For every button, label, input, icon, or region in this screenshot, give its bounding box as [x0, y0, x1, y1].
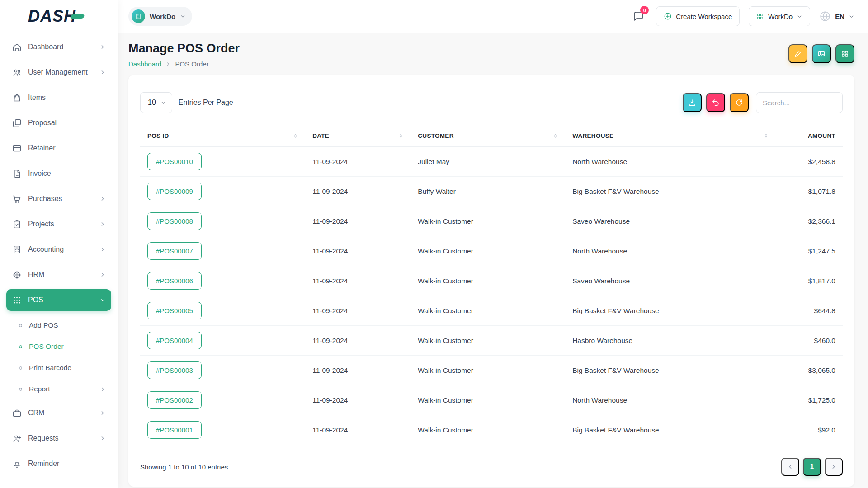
workspace-menu-button[interactable]: WorkDo [749, 6, 810, 26]
sort-icon[interactable] [398, 133, 403, 138]
search-input[interactable] [756, 92, 843, 113]
sidebar-item-pos[interactable]: POS [6, 289, 111, 311]
pos-id-badge[interactable]: #POS00006 [147, 272, 202, 290]
warehouse-cell: Big Basket F&V Warehouse [565, 356, 776, 385]
media-action-button[interactable] [812, 44, 831, 63]
breadcrumb-dashboard-link[interactable]: Dashboard [128, 60, 161, 68]
pos-id-cell: #POS00001 [140, 415, 305, 445]
file-icon [12, 169, 22, 178]
workspace-switcher[interactable]: WorkDo [128, 7, 192, 26]
pos-id-badge[interactable]: #POS00005 [147, 302, 202, 319]
chevron-down-icon [99, 297, 106, 303]
language-selector[interactable]: EN [819, 10, 854, 22]
sidebar-item-reminder[interactable]: Reminder [6, 453, 111, 474]
sidebar-item-invoice[interactable]: Invoice [6, 163, 111, 184]
reset-button[interactable] [706, 93, 725, 112]
page-content: Manage POS Order Dashboard POS Order [118, 33, 868, 488]
sidebar-item-requests[interactable]: Requests [6, 427, 111, 449]
download-icon [688, 99, 696, 107]
chevron-down-icon [849, 14, 854, 19]
sidebar-item-label: POS [28, 296, 43, 304]
logo-text: DASH [28, 7, 76, 26]
calculator-icon [12, 244, 22, 254]
pos-id-badge[interactable]: #POS00008 [147, 212, 202, 230]
sidebar-item-proposal[interactable]: Proposal [6, 112, 111, 134]
amount-cell: $92.0 [776, 415, 843, 445]
sort-icon[interactable] [293, 133, 298, 138]
col-header-warehouse[interactable]: WAREHOUSE [572, 132, 613, 139]
pos-order-table: POS ID DATE CUSTOMER WAREHOUSE AMOUNT #P… [140, 125, 843, 445]
pos-id-cell: #POS00002 [140, 385, 305, 415]
pos-id-badge[interactable]: #POS00003 [147, 361, 202, 379]
table-actions [683, 92, 843, 113]
page-header: Manage POS Order Dashboard POS Order [128, 42, 854, 68]
sidebar-subitem-report[interactable]: Report [6, 379, 111, 399]
sidebar-item-items[interactable]: Items [6, 87, 111, 108]
create-workspace-button[interactable]: Create Workspace [656, 6, 740, 26]
pagination-next-button[interactable] [825, 458, 843, 476]
pos-id-cell: #POS00005 [140, 296, 305, 326]
sidebar-subitem-pos-order[interactable]: POS Order [6, 337, 111, 357]
chevron-right-icon [99, 44, 106, 50]
pos-id-badge[interactable]: #POS00007 [147, 242, 202, 260]
quick-actions [788, 44, 854, 63]
circle-icon [18, 366, 23, 371]
sidebar-subitem-print-barcode[interactable]: Print Barcode [6, 358, 111, 378]
sidebar-subitem-label: Print Barcode [29, 364, 71, 372]
circle-icon [18, 344, 23, 349]
sidebar-item-crm[interactable]: CRM [6, 402, 111, 424]
messages-button[interactable]: 0 [630, 8, 647, 25]
pos-id-badge[interactable]: #POS00002 [147, 391, 202, 409]
customer-cell: Juliet May [410, 147, 565, 177]
sort-icon[interactable] [553, 133, 558, 138]
warehouse-cell: Hasbro Warehouse [565, 326, 776, 356]
entries-per-page-select[interactable]: 10 [140, 92, 172, 113]
showing-entries-text: Showing 1 to 10 of 10 entries [140, 463, 228, 471]
col-header-amount[interactable]: AMOUNT [808, 132, 835, 139]
undo-icon [712, 99, 720, 107]
circle-icon [18, 387, 23, 392]
pos-id-cell: #POS00007 [140, 236, 305, 266]
logo-dash-accent [70, 14, 85, 19]
warehouse-cell: Saveo Warehouse [565, 206, 776, 236]
entries-per-page-label: Entries Per Page [179, 99, 233, 107]
sidebar-item-purchases[interactable]: Purchases [6, 188, 111, 210]
col-header-pos-id[interactable]: POS ID [147, 132, 169, 139]
image-icon [817, 50, 826, 58]
sidebar-item-projects[interactable]: Projects [6, 213, 111, 235]
target-icon [12, 270, 22, 280]
pos-id-cell: #POS00004 [140, 326, 305, 356]
sidebar-item-dashboard[interactable]: Dashboard [6, 36, 111, 58]
grid-view-button[interactable] [835, 44, 854, 63]
table-row: #POS00008 11-09-2024 Walk-in Customer Sa… [140, 206, 843, 236]
pos-id-badge[interactable]: #POS00009 [147, 183, 202, 200]
sidebar-item-label: Dashboard [28, 43, 63, 51]
sidebar-subitem-add-pos[interactable]: Add POS [6, 315, 111, 335]
customer-cell: Buffy Walter [410, 177, 565, 206]
pos-order-card: 10 Entries Per Page [128, 75, 854, 487]
sidebar-item-hrm[interactable]: HRM [6, 264, 111, 286]
edit-action-button[interactable] [788, 44, 807, 63]
export-button[interactable] [683, 93, 702, 112]
table-controls: 10 Entries Per Page [140, 92, 843, 113]
pos-id-badge[interactable]: #POS00004 [147, 332, 202, 349]
col-header-customer[interactable]: CUSTOMER [418, 132, 453, 139]
sidebar-item-retainer[interactable]: Retainer [6, 137, 111, 159]
pos-id-badge[interactable]: #POS00001 [147, 421, 202, 439]
sidebar-item-label: Accounting [28, 245, 64, 253]
pagination-prev-button[interactable] [781, 458, 799, 476]
sort-icon[interactable] [764, 133, 769, 138]
app-logo[interactable]: DASH [0, 0, 118, 33]
sidebar-item-accounting[interactable]: Accounting [6, 239, 111, 260]
language-code: EN [835, 13, 844, 20]
col-header-date[interactable]: DATE [312, 132, 329, 139]
table-row: #POS00005 11-09-2024 Walk-in Customer Bi… [140, 296, 843, 326]
circle-icon [18, 323, 23, 328]
amount-cell: $2,458.8 [776, 147, 843, 177]
pos-id-badge[interactable]: #POS00010 [147, 153, 202, 170]
sidebar-item-user-management[interactable]: User Management [6, 61, 111, 83]
date-cell: 11-09-2024 [305, 147, 410, 177]
refresh-button[interactable] [730, 93, 749, 112]
pagination-page-1-button[interactable]: 1 [803, 458, 821, 476]
table-row: #POS00003 11-09-2024 Walk-in Customer Bi… [140, 356, 843, 385]
